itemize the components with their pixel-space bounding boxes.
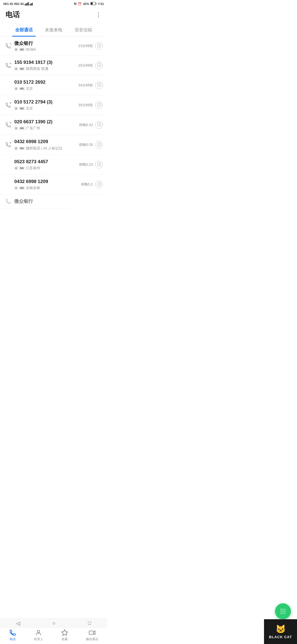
svg-rect-8 bbox=[96, 3, 96, 4]
call-right: 傍晚6:33 ⓘ bbox=[79, 121, 103, 129]
call-info: 微众银行 2 HD 95384 bbox=[13, 40, 78, 51]
call-sub: 2 HD 骚扰电话 | 34 人标记过 bbox=[14, 146, 79, 151]
call-info: 微众银行 bbox=[13, 198, 103, 204]
battery-icon bbox=[90, 2, 97, 6]
call-right: 傍晚5:23 ⓘ bbox=[79, 161, 103, 168]
sim-badge: 2 bbox=[14, 147, 18, 150]
call-right: 傍晚5:2 ⓘ bbox=[81, 181, 103, 188]
info-button[interactable]: ⓘ bbox=[95, 101, 103, 109]
list-item[interactable]: 0432 6998 1209 2 HD 骚扰电话 | 34 人标记过 傍晚5:2… bbox=[0, 135, 107, 155]
list-item[interactable]: 010 5172 2794 (3) 2 HD 北京 35分钟前 ⓘ bbox=[0, 95, 107, 115]
hd-badge: HD bbox=[19, 67, 25, 70]
svg-rect-1 bbox=[26, 3, 27, 6]
header: 电话 ⋮ bbox=[0, 7, 107, 22]
battery-percent: 42% bbox=[83, 2, 89, 6]
sim-badge: 1 bbox=[14, 186, 18, 190]
call-location: 广东广州 bbox=[26, 126, 40, 131]
call-type-icon bbox=[3, 102, 13, 108]
list-item[interactable]: 0432 6998 1209 1 HD 吉林吉林 傍晚5:2 ⓘ bbox=[0, 175, 107, 195]
call-time: 23分钟前 bbox=[78, 43, 93, 48]
tab-missed-calls[interactable]: 未接来电 bbox=[39, 25, 68, 36]
call-time: 35分钟前 bbox=[78, 103, 93, 108]
call-info: 010 5172 2692 2 HD 北京 bbox=[13, 79, 78, 91]
info-button[interactable]: ⓘ bbox=[95, 181, 103, 188]
call-time: 34分钟前 bbox=[78, 83, 93, 88]
call-right: 35分钟前 ⓘ bbox=[78, 101, 103, 109]
hd-badge: HD bbox=[19, 87, 25, 90]
sim-badge: 2 bbox=[14, 167, 18, 170]
call-location: 陕西商洛 联通 bbox=[26, 66, 48, 71]
sim-badge: 2 bbox=[14, 67, 18, 70]
call-location: 北京 bbox=[26, 106, 33, 111]
call-type-icon bbox=[3, 43, 13, 49]
list-item[interactable]: 微众银行 bbox=[0, 195, 107, 209]
status-right: N ⏰ 42% 7:51 bbox=[74, 2, 104, 6]
hd-badge: HD bbox=[19, 186, 25, 190]
info-button[interactable]: ⓘ bbox=[95, 161, 103, 168]
call-location: 95384 bbox=[26, 47, 36, 51]
nfc-icon: N bbox=[74, 2, 76, 6]
call-sub: 2 HD 95384 bbox=[14, 47, 78, 51]
hd-badge: HD bbox=[19, 107, 25, 110]
info-button[interactable]: ⓘ bbox=[95, 121, 103, 129]
info-button[interactable]: ⓘ bbox=[95, 141, 103, 149]
sim-badge: 2 bbox=[14, 48, 18, 51]
time-display: 7:51 bbox=[98, 2, 104, 6]
list-item[interactable]: 010 5172 2692 2 HD 北京 34分钟前 ⓘ bbox=[0, 75, 107, 95]
call-name: 020 6637 1390 (2) bbox=[14, 119, 79, 125]
more-options-button[interactable]: ⋮ bbox=[95, 11, 102, 18]
hd-badge: HD bbox=[19, 127, 25, 130]
list-item[interactable]: 155 9194 1917 (3) 2 HD 陕西商洛 联通 25分钟前 ⓘ bbox=[0, 56, 107, 75]
hd-badge: HD bbox=[19, 147, 25, 150]
call-name: 010 5172 2794 (3) bbox=[14, 99, 78, 105]
tabs-container: 全部通话 未接来电 语音信箱 bbox=[0, 22, 107, 37]
sim-badge: 2 bbox=[14, 107, 18, 110]
list-item[interactable]: 020 6637 1390 (2) 2 HD 广东广州 傍晚6:33 ⓘ bbox=[0, 115, 107, 135]
call-sub: 2 HD 江苏泰州 bbox=[14, 166, 79, 171]
call-location: 北京 bbox=[26, 86, 33, 91]
info-button[interactable]: ⓘ bbox=[95, 42, 103, 50]
svg-rect-6 bbox=[32, 3, 33, 6]
carrier-info: HD1 4G HD2 4G bbox=[3, 2, 24, 6]
call-right: 23分钟前 ⓘ bbox=[78, 42, 103, 50]
call-sub: 2 HD 广东广州 bbox=[14, 126, 79, 131]
svg-rect-9 bbox=[91, 2, 93, 5]
status-bar: HD1 4G HD2 4G N ⏰ 42% 7:51 bbox=[0, 0, 107, 7]
svg-rect-0 bbox=[25, 4, 26, 6]
list-item[interactable]: 0523 8273 4457 2 HD 江苏泰州 傍晚5:23 ⓘ bbox=[0, 155, 107, 175]
call-name: 0523 8273 4457 bbox=[14, 159, 79, 165]
call-type-icon bbox=[3, 198, 13, 204]
hd-badge: HD bbox=[19, 48, 25, 51]
call-time: 傍晚5:23 bbox=[79, 162, 93, 167]
call-name: 155 9194 1917 (3) bbox=[14, 59, 78, 66]
svg-rect-5 bbox=[31, 3, 32, 6]
call-location: 骚扰电话 | 34 人标记过 bbox=[26, 146, 62, 151]
svg-rect-2 bbox=[27, 3, 28, 6]
info-button[interactable]: ⓘ bbox=[95, 62, 103, 69]
call-sub: 2 HD 北京 bbox=[14, 106, 78, 111]
call-info: 155 9194 1917 (3) 2 HD 陕西商洛 联通 bbox=[13, 59, 78, 71]
page-title: 电话 bbox=[6, 10, 20, 20]
call-time: 傍晚5:2 bbox=[81, 182, 93, 187]
call-info: 0523 8273 4457 2 HD 江苏泰州 bbox=[13, 159, 79, 171]
call-name: 微众银行 bbox=[14, 198, 103, 204]
list-item[interactable]: 微众银行 2 HD 95384 23分钟前 ⓘ bbox=[0, 37, 107, 56]
svg-rect-4 bbox=[30, 4, 31, 6]
call-info: 0432 6998 1209 2 HD 骚扰电话 | 34 人标记过 bbox=[13, 139, 79, 151]
signal-bars bbox=[25, 2, 33, 6]
call-info: 0432 6998 1209 1 HD 吉林吉林 bbox=[13, 179, 81, 190]
status-left: HD1 4G HD2 4G bbox=[3, 2, 33, 6]
call-time: 25分钟前 bbox=[78, 63, 93, 68]
tab-all-calls[interactable]: 全部通话 bbox=[9, 25, 39, 36]
call-sub: 2 HD 北京 bbox=[14, 86, 78, 91]
call-sub: 2 HD 陕西商洛 联通 bbox=[14, 66, 78, 71]
call-name: 微众银行 bbox=[14, 40, 78, 47]
svg-rect-3 bbox=[28, 2, 29, 6]
call-time: 傍晚6:33 bbox=[79, 122, 93, 127]
call-name: 0432 6998 1209 bbox=[14, 139, 79, 145]
tab-voicemail[interactable]: 语音信箱 bbox=[68, 25, 98, 36]
call-info: 010 5172 2794 (3) 2 HD 北京 bbox=[13, 99, 78, 111]
call-type-icon bbox=[3, 122, 13, 128]
info-button[interactable]: ⓘ bbox=[95, 81, 103, 89]
call-type-icon bbox=[3, 142, 13, 148]
